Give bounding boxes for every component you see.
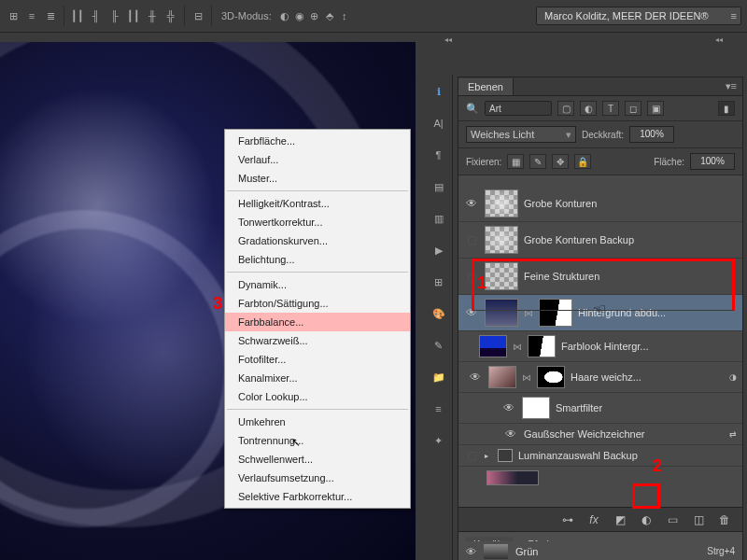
opacity-input[interactable]: 100% [629,126,674,143]
link-icon[interactable]: ⋈ [513,342,522,352]
layer-row[interactable]: 👁 ⋈ Haare weichz... ◑ [458,362,742,393]
link-layers-icon[interactable]: ⊶ [561,513,574,526]
tab-layers[interactable]: Ebenen [458,78,514,95]
menu-item-colorbalance[interactable]: Farbbalance... [225,313,410,331]
visibility-icon[interactable]: ▢ [464,449,479,462]
3d-icon[interactable]: ◉ [292,8,307,23]
folder-icon[interactable]: 📁 [431,370,446,385]
layer-thumbnail[interactable] [485,189,518,217]
align-icon[interactable]: ⊞ [6,8,21,23]
distribute-icon[interactable]: ┃┃ [70,8,85,23]
filter-toggle[interactable]: ▮ [718,101,735,116]
lock-position-icon[interactable]: ✥ [552,154,569,169]
actions-icon[interactable]: ▶ [431,243,446,258]
visibility-icon[interactable]: 👁 [464,197,479,210]
filter-pixel-icon[interactable]: ▢ [557,101,574,116]
menu-item[interactable]: Fotofilter... [225,350,410,369]
filter-name[interactable]: Gaußscher Weichzeichner [524,428,720,440]
fill-input[interactable]: 100% [690,153,735,170]
distribute-icon[interactable]: ╟ [107,8,122,23]
menu-item[interactable]: Farbton/Sättigung... [225,294,410,313]
filter-mask[interactable] [522,397,550,419]
panel-icon[interactable]: ≡ [431,401,446,416]
filter-type-input[interactable] [485,101,552,116]
menu-item[interactable]: Schwarzweiß... [225,331,410,350]
channel-name[interactable]: Grün [515,546,538,557]
channel-thumbnail[interactable] [484,544,508,559]
layer-name[interactable]: Farblook Hintergr... [561,341,737,352]
menu-item[interactable]: Dynamik... [225,275,410,294]
menu-item[interactable]: Belichtung... [225,250,410,269]
adjustment-layer-icon[interactable]: ◐ [640,513,653,526]
expand-icon[interactable]: ▸ [485,452,492,460]
brush-icon[interactable]: ✎ [431,338,446,353]
align-icon[interactable]: ≣ [43,8,58,23]
filter-row[interactable]: 👁 Gaußscher Weichzeichner ⇄ [458,424,742,445]
channel-row[interactable]: 👁 Grün Strg+4 [458,541,743,560]
info-icon[interactable]: ℹ [431,84,446,99]
lock-all-icon[interactable]: 🔒 [574,154,591,169]
menu-item[interactable]: Farbfläche... [225,132,410,150]
layer-row[interactable]: ▢ Grobe Konturen Backup [458,222,742,259]
3d-icon[interactable]: ⬘ [322,8,337,23]
trash-icon[interactable]: 🗑 [718,513,731,526]
menu-item[interactable]: Schwellenwert... [225,450,410,469]
layer-row[interactable]: ▢ Feine Strukturen [458,259,742,295]
color-icon[interactable]: 🎨 [431,306,446,321]
mask-icon[interactable]: ◩ [613,513,627,526]
menu-item[interactable]: Tonwertkorrektur... [225,213,410,231]
menu-item[interactable]: Umkehren [225,413,410,431]
new-layer-icon[interactable]: ◫ [692,513,705,526]
3d-icon[interactable]: ⊕ [307,8,322,23]
layer-mask[interactable] [528,335,556,357]
distribute-icon[interactable]: ╫ [145,8,160,23]
layer-thumbnail[interactable] [486,470,539,485]
layer-thumbnail[interactable] [485,226,518,254]
align-icon[interactable]: ≡ [24,8,39,23]
layer-name[interactable]: Grobe Konturen Backup [524,234,737,245]
visibility-icon[interactable]: 👁 [501,401,516,414]
layer-name[interactable]: Haare weichz... [571,371,720,383]
distribute-icon[interactable]: ╢ [89,8,104,23]
styles-icon[interactable]: ▤ [431,179,446,194]
navigator-icon[interactable]: ✦ [431,433,446,448]
layer-thumbnail[interactable] [485,262,518,290]
group-row[interactable]: ▢ ▸ Luminanzauswahl Backup [458,445,742,467]
paragraph-icon[interactable]: ¶ [431,147,446,162]
smartfilter-row[interactable]: 👁 Smartfilter [458,393,742,424]
3d-icon[interactable]: ◐ [277,8,292,23]
menu-item[interactable]: Color Lookup... [225,387,410,406]
visibility-icon[interactable]: 👁 [503,427,518,441]
fx-icon[interactable]: fx [587,513,600,526]
character-icon[interactable]: A| [431,116,446,131]
workspace-select[interactable]: Marco Kolditz, MEER DER IDEEN® [536,7,741,25]
styles-icon[interactable]: ▥ [431,211,446,226]
menu-item[interactable]: Verlaufsumsetzung... [225,469,410,487]
layer-row[interactable]: 👁 Grobe Konturen [458,186,742,222]
filter-smart-icon[interactable]: ▣ [647,101,664,116]
layer-row[interactable]: ⋈ Farblook Hintergr... [458,331,742,362]
filter-blend-icon[interactable]: ⇄ [729,429,737,439]
group-name[interactable]: Luminanzauswahl Backup [518,450,737,461]
auto-align-icon[interactable]: ⊟ [190,8,205,23]
distribute-icon[interactable]: ╬ [163,8,178,23]
menu-item[interactable]: Verlauf... [225,150,410,169]
link-icon[interactable]: ⋈ [522,372,531,383]
visibility-icon[interactable]: 👁 [466,546,476,557]
link-icon[interactable]: ⋈ [524,308,533,318]
layer-name[interactable]: Feine Strukturen [524,271,737,282]
swatches-icon[interactable]: ⊞ [431,274,446,289]
blend-mode-select[interactable]: Weiches Licht ▾ [466,126,576,143]
3d-icon[interactable]: ↕ [337,8,352,23]
layer-mask[interactable] [539,299,572,327]
layer-name[interactable]: Grobe Konturen [524,198,737,209]
menu-item[interactable]: Helligkeit/Kontrast... [225,194,410,213]
layer-thumbnail[interactable] [485,299,518,327]
visibility-icon[interactable]: 👁 [464,306,479,319]
panel-menu-icon[interactable]: ▾≡ [720,80,742,92]
layer-thumbnail[interactable] [488,366,516,388]
lock-paint-icon[interactable]: ✎ [529,154,546,169]
fx-badge[interactable]: ◑ [729,372,737,382]
visibility-icon[interactable]: ▢ [464,233,479,246]
layer-name[interactable]: Smartfilter [556,402,737,413]
